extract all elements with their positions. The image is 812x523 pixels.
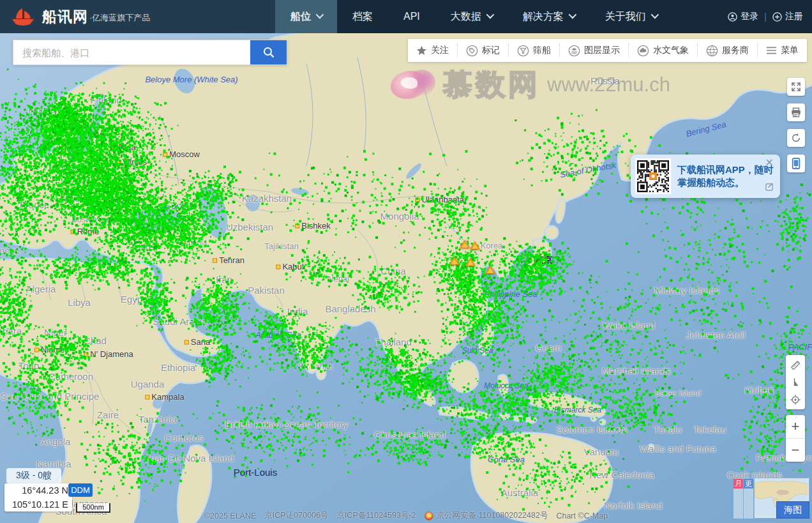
police-license[interactable]: 京公网安备 11010802022482号 xyxy=(437,510,548,521)
auth-area: 登录 | 注册 xyxy=(728,0,803,33)
search-button[interactable] xyxy=(250,40,287,64)
bearing-icon xyxy=(790,377,801,388)
auth-divider: | xyxy=(764,11,767,22)
cursor-coordinates: 16°44.23 N 105°10.121 E xyxy=(4,483,72,512)
search-input[interactable] xyxy=(13,40,250,64)
chevron-down-icon xyxy=(486,10,494,19)
mobile-phone-icon xyxy=(791,158,801,169)
printer-icon xyxy=(790,107,802,118)
feedback-icon[interactable] xyxy=(765,182,774,193)
latitude-value: 16°44.23 N xyxy=(4,483,68,497)
fullscreen-button[interactable] xyxy=(787,78,805,96)
typhoon-warning-icon[interactable] xyxy=(465,258,476,266)
star-icon xyxy=(416,45,427,56)
nav-tab-solutions[interactable]: 解决方案 xyxy=(508,0,590,33)
register-link[interactable]: 注册 xyxy=(772,11,803,22)
brand-title: 船讯网 xyxy=(42,7,88,27)
toolbar-mark[interactable]: 标记 xyxy=(457,43,508,57)
coordinate-format-button[interactable]: DDM xyxy=(68,483,93,497)
toolbar-weather[interactable]: 水文气象 xyxy=(628,43,697,57)
toolbar-filter-ships[interactable]: 筛船 xyxy=(508,43,559,57)
nav-tab-api[interactable]: API xyxy=(388,0,435,33)
provider-globe-icon xyxy=(706,45,718,57)
search-bar xyxy=(13,40,287,65)
zoom-level-ship-count-badge: 3级 - 0艘 xyxy=(6,468,61,483)
minimap: 月 更 海图 xyxy=(733,478,809,519)
print-button[interactable] xyxy=(787,103,805,121)
search-icon xyxy=(262,46,275,59)
typhoon-warning-icon[interactable] xyxy=(449,257,460,265)
world-map[interactable] xyxy=(0,0,812,523)
toolbar-menu[interactable]: 菜单 xyxy=(757,43,807,57)
map-scale: 500nm xyxy=(76,503,110,513)
map-toolbar: 关注 标记 筛船 图层显示 xyxy=(408,39,807,62)
nav-tab-bigdata[interactable]: 大数据 xyxy=(435,0,508,33)
bearing-tool-button[interactable] xyxy=(786,374,805,391)
longitude-value: 105°10.121 E xyxy=(4,497,68,512)
chevron-down-icon xyxy=(568,10,576,19)
chart-mode-chip[interactable]: 海图 xyxy=(776,501,809,519)
ruler-icon xyxy=(790,360,801,371)
navbar: 船讯网 ·亿海蓝旗下产品 船位 档案 API 大数据 解决方案 关于我们 登录 … xyxy=(0,0,812,33)
chevron-down-icon xyxy=(316,10,324,19)
nav-tab-ship-position[interactable]: 船位 xyxy=(275,0,337,33)
zoom-out-button[interactable]: − xyxy=(786,438,805,462)
typhoon-warning-icon[interactable] xyxy=(460,240,470,248)
icp-license-1[interactable]: 京ICP证070006号 xyxy=(264,510,328,521)
plus-circle-icon xyxy=(772,12,782,22)
main-nav: 船位 档案 API 大数据 解决方案 关于我们 xyxy=(275,0,672,33)
icp-license-2[interactable]: 京ICP备11024593号-2 xyxy=(336,510,416,521)
overview-map[interactable]: 海图 xyxy=(754,478,809,519)
ruler-tool-button[interactable] xyxy=(786,356,805,374)
logo-boat-icon xyxy=(10,7,36,26)
side-tab-month[interactable]: 月 xyxy=(733,479,743,519)
mobile-app-button[interactable] xyxy=(787,155,805,172)
chart-attribution: Chart ©C-Map xyxy=(556,512,608,520)
toolbar-follow[interactable]: 关注 xyxy=(408,43,457,57)
brand-subtitle: ·亿海蓝旗下产品 xyxy=(89,12,150,24)
nav-tab-about[interactable]: 关于我们 xyxy=(590,0,672,33)
tag-icon xyxy=(466,45,478,57)
close-icon[interactable]: ✕ xyxy=(765,158,774,167)
locate-icon xyxy=(790,394,801,406)
qr-code xyxy=(635,158,671,194)
app-promo-text: 下载船讯网APP，随时 掌握船舶动态。 xyxy=(677,163,774,189)
zoom-controls: + − xyxy=(786,415,805,462)
menu-icon xyxy=(766,46,777,55)
side-tab-more[interactable]: 更 xyxy=(744,479,753,519)
shipxy-app: Beloye More (White Sea)Bering SeaSea of … xyxy=(0,0,812,523)
police-badge-icon xyxy=(425,512,433,520)
measure-tools xyxy=(786,355,805,409)
locate-tool-button[interactable] xyxy=(786,391,805,408)
weather-icon xyxy=(637,45,649,57)
zoom-in-button[interactable]: + xyxy=(786,415,805,438)
chevron-down-icon xyxy=(650,10,659,19)
fullscreen-icon xyxy=(790,81,802,93)
login-link[interactable]: 登录 xyxy=(728,11,758,22)
typhoon-warning-icon[interactable] xyxy=(470,241,480,250)
refresh-button[interactable] xyxy=(787,129,805,147)
map-attribution: ©2025 ELANE 京ICP证070006号 京ICP备11024593号-… xyxy=(204,510,608,521)
user-icon xyxy=(728,12,737,22)
toolbar-service-provider[interactable]: 服务商 xyxy=(697,43,757,57)
copyright: ©2025 ELANE xyxy=(204,512,256,520)
app-download-popup: 下载船讯网APP，随时 掌握船舶动态。 ✕ xyxy=(631,155,780,198)
toolbar-layers[interactable]: 图层显示 xyxy=(559,43,628,57)
brand[interactable]: 船讯网 ·亿海蓝旗下产品 xyxy=(10,0,150,33)
funnel-icon xyxy=(517,45,529,57)
layers-icon xyxy=(568,45,580,57)
nav-tab-archive[interactable]: 档案 xyxy=(337,0,388,33)
circular-arrow-icon xyxy=(790,132,802,144)
typhoon-warning-icon[interactable] xyxy=(485,266,495,274)
